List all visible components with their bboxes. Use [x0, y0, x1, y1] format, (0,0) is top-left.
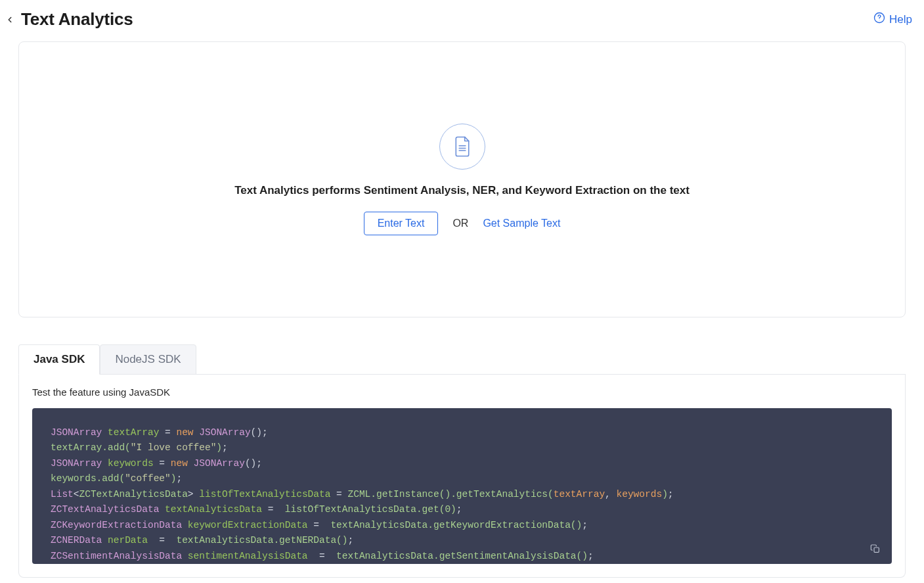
action-row: Enter Text OR Get Sample Text	[364, 212, 561, 235]
copy-icon[interactable]	[869, 543, 881, 555]
intro-description: Text Analytics performs Sentiment Analys…	[234, 184, 690, 197]
code-line: textArray.add("I love coffee");	[51, 440, 873, 455]
panel-description: Test the feature using JavaSDK	[32, 386, 892, 398]
tab-nodejs-sdk[interactable]: NodeJS SDK	[100, 344, 196, 375]
help-link[interactable]: Help	[873, 12, 912, 27]
get-sample-text-link[interactable]: Get Sample Text	[483, 218, 560, 229]
or-divider: OR	[452, 218, 468, 229]
svg-rect-5	[874, 548, 879, 552]
code-line: ZCKeywordExtractionData keywordExtractio…	[51, 518, 873, 533]
code-line: ZCSentimentAnalysisData sentimentAnalysi…	[51, 549, 873, 564]
sdk-tabs: Java SDK NodeJS SDK	[18, 344, 906, 375]
code-line: JSONArray keywords = new JSONArray();	[51, 456, 873, 471]
intro-card: Text Analytics performs Sentiment Analys…	[18, 41, 906, 317]
back-icon[interactable]	[4, 14, 16, 26]
code-line: JSONArray textArray = new JSONArray();	[51, 425, 873, 440]
help-label: Help	[889, 13, 912, 26]
tab-java-sdk[interactable]: Java SDK	[18, 344, 100, 375]
sdk-panel: Test the feature using JavaSDK JSONArray…	[18, 375, 906, 578]
document-icon	[439, 124, 485, 170]
title-group: Text Analytics	[4, 9, 133, 30]
code-line: List<ZCTextAnalyticsData> listOfTextAnal…	[51, 487, 873, 502]
sdk-section: Java SDK NodeJS SDK Test the feature usi…	[18, 344, 906, 578]
page-title: Text Analytics	[21, 9, 133, 30]
page-header: Text Analytics Help	[0, 0, 924, 35]
svg-point-1	[879, 20, 880, 20]
enter-text-button[interactable]: Enter Text	[364, 212, 439, 235]
code-line: ZCNERData nerData = textAnalyticsData.ge…	[51, 533, 873, 548]
code-line: ZCTextAnalyticsData textAnalyticsData = …	[51, 502, 873, 517]
help-icon	[873, 12, 885, 27]
content-area: Text Analytics performs Sentiment Analys…	[0, 35, 924, 578]
code-line: keywords.add("coffee");	[51, 471, 873, 486]
code-block: JSONArray textArray = new JSONArray();te…	[32, 408, 892, 564]
